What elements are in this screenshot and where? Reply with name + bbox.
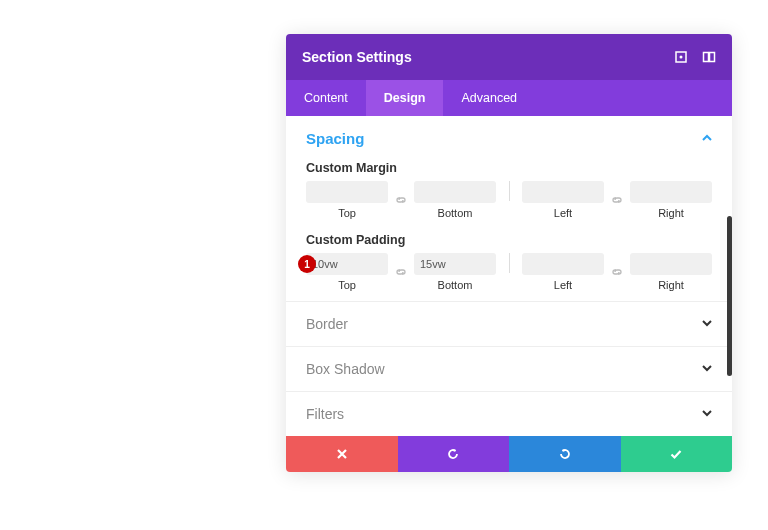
link-icon[interactable] <box>610 265 624 279</box>
callout-badge: 1 <box>298 255 316 273</box>
padding-right-input[interactable] <box>630 253 712 275</box>
chevron-up-icon <box>702 132 712 146</box>
accordion-filters[interactable]: Filters <box>286 391 732 436</box>
accordion-label: Border <box>306 316 348 332</box>
redo-button[interactable] <box>509 436 621 472</box>
spacing-title: Spacing <box>306 130 364 147</box>
settings-panel: Section Settings Content Design Advanced… <box>286 34 732 472</box>
accordion-box-shadow[interactable]: Box Shadow <box>286 346 732 391</box>
label-bottom: Bottom <box>438 207 473 219</box>
svg-rect-2 <box>704 53 709 62</box>
undo-button[interactable] <box>398 436 510 472</box>
margin-top-input[interactable] <box>306 181 388 203</box>
custom-padding-label: Custom Padding <box>306 233 712 247</box>
expand-icon[interactable] <box>674 50 688 64</box>
panel-footer <box>286 436 732 472</box>
margin-bottom-input[interactable] <box>414 181 496 203</box>
padding-controls: 1 Top Bottom <box>306 253 712 291</box>
label-left: Left <box>554 279 572 291</box>
label-top: Top <box>338 279 356 291</box>
scrollbar[interactable] <box>727 216 732 376</box>
margin-left-input[interactable] <box>522 181 604 203</box>
snap-icon[interactable] <box>702 50 716 64</box>
link-icon[interactable] <box>394 193 408 207</box>
divider <box>509 181 510 201</box>
tab-content[interactable]: Content <box>286 80 366 116</box>
label-right: Right <box>658 279 684 291</box>
label-left: Left <box>554 207 572 219</box>
padding-top-input[interactable] <box>306 253 388 275</box>
cancel-button[interactable] <box>286 436 398 472</box>
accordion-border[interactable]: Border <box>286 301 732 346</box>
header-actions <box>674 50 716 64</box>
tab-design[interactable]: Design <box>366 80 444 116</box>
spacing-toggle[interactable]: Spacing <box>306 130 712 147</box>
label-right: Right <box>658 207 684 219</box>
panel-body: Spacing Custom Margin Top <box>286 116 732 436</box>
accordion-label: Box Shadow <box>306 361 385 377</box>
chevron-down-icon <box>702 363 712 375</box>
svg-point-1 <box>680 56 683 59</box>
accordion-label: Filters <box>306 406 344 422</box>
custom-margin-label: Custom Margin <box>306 161 712 175</box>
label-top: Top <box>338 207 356 219</box>
padding-bottom-input[interactable] <box>414 253 496 275</box>
margin-controls: Top Bottom Left <box>306 181 712 219</box>
svg-rect-3 <box>710 53 715 62</box>
margin-right-input[interactable] <box>630 181 712 203</box>
panel-header: Section Settings <box>286 34 732 80</box>
save-button[interactable] <box>621 436 733 472</box>
link-icon[interactable] <box>394 265 408 279</box>
chevron-down-icon <box>702 318 712 330</box>
tab-advanced[interactable]: Advanced <box>443 80 535 116</box>
divider <box>509 253 510 273</box>
tabs: Content Design Advanced <box>286 80 732 116</box>
padding-left-input[interactable] <box>522 253 604 275</box>
spacing-section: Spacing Custom Margin Top <box>286 116 732 301</box>
panel-title: Section Settings <box>302 49 412 65</box>
label-bottom: Bottom <box>438 279 473 291</box>
chevron-down-icon <box>702 408 712 420</box>
link-icon[interactable] <box>610 193 624 207</box>
